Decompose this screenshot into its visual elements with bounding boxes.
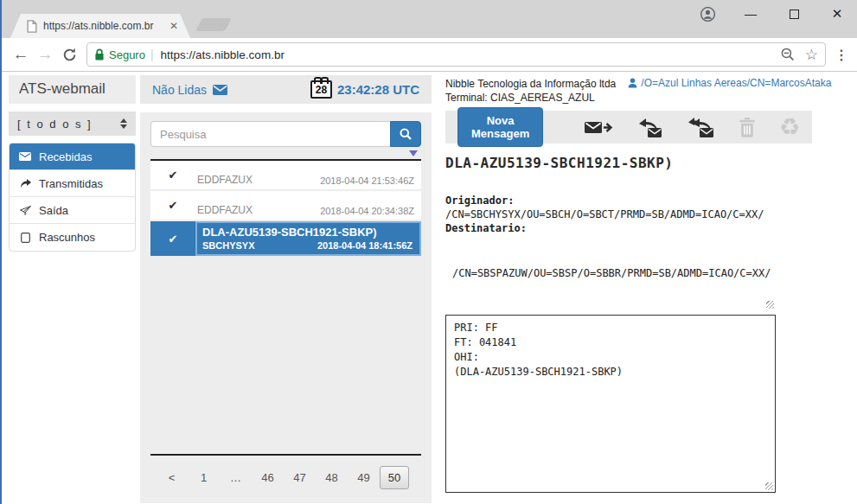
mail-sender: SBCHYSYX (202, 240, 255, 251)
mail-row[interactable]: ✔ EDDFAZUX 2018-04-04 21:53:46Z (150, 161, 421, 189)
originator-line: Originador: /CN=SBCHYSYX/OU=SBCH/O=SBCT/… (445, 194, 776, 221)
sidebar: ATS-webmail [ t o d o s ] Recebidas Tran… (2, 72, 140, 503)
bookmark-star-icon[interactable]: ☆ (805, 46, 818, 64)
sidebar-item-label: Recebidas (39, 150, 92, 163)
mail-row[interactable]: ✔ EDDFAZUX 2018-04-04 20:34:38Z (150, 191, 421, 220)
search-input[interactable] (150, 121, 390, 147)
message-list-panel: Não Lidas 28 23:42:28 UTC ✔ (140, 72, 432, 503)
read-check-icon[interactable]: ✔ (150, 221, 195, 256)
folder-filter-select[interactable]: [ t o d o s ] (9, 112, 136, 136)
page-prev[interactable]: < (156, 471, 188, 484)
destination-label-line: Destinatario: (445, 221, 776, 235)
browser-tab[interactable]: https://ats.nibble.com.br ✕ (10, 14, 190, 38)
profile-icon[interactable] (696, 5, 719, 22)
browser-navbar: ← → Seguro | https://ats.nibble.com.br ☆… (2, 38, 857, 72)
inbox-icon (18, 152, 32, 161)
sidebar-item-transmitidas[interactable]: Transmitidas (10, 170, 135, 197)
viewer-toolbar: Nova Mensagem ♻ (445, 111, 812, 144)
company-info: Nibble Tecnologia da Informação ltda Ter… (445, 77, 616, 105)
mail-sender: EDDFAZUX (197, 204, 253, 216)
user-icon (628, 78, 637, 88)
browser-titlebar: https://ats.nibble.com.br ✕ — ✕ (2, 0, 857, 38)
forward-icon: → (33, 42, 57, 67)
reload-icon[interactable] (57, 42, 81, 67)
back-icon[interactable]: ← (9, 42, 33, 67)
terminal-name: Terminal: CIAS_AEREAS_AZUL (445, 91, 616, 105)
security-label: Seguro (109, 48, 145, 61)
close-button[interactable]: ✕ (826, 5, 848, 22)
omnibox-separator: | (150, 48, 154, 61)
sidebar-item-label: Transmitidas (39, 177, 103, 190)
recycle-icon: ♻ (779, 116, 800, 139)
mail-date: 2018-04-04 18:41:56Z (317, 240, 413, 251)
page-48[interactable]: 48 (316, 471, 348, 484)
page-1[interactable]: 1 (188, 471, 220, 484)
forward-mail-icon[interactable] (585, 118, 613, 137)
paper-plane-icon (18, 206, 32, 215)
sidebar-item-label: Saída (39, 204, 68, 217)
originator-label: Originador: (445, 195, 514, 207)
sidebar-item-rascunhos[interactable]: Rascunhos (10, 224, 135, 251)
app-title: ATS-webmail (9, 75, 136, 104)
reply-all-icon[interactable] (688, 117, 715, 138)
search-icon (400, 128, 412, 140)
pagination: < 1 … 46 47 48 49 50 (150, 454, 421, 494)
utc-clock: 28 23:42:28 UTC (310, 80, 419, 99)
minimize-button[interactable]: — (739, 5, 762, 22)
sidebar-item-saida[interactable]: Saída (10, 197, 135, 224)
message-viewer: Nibble Tecnologia da Informação ltda Ter… (432, 72, 857, 503)
read-check-icon[interactable]: ✔ (150, 161, 195, 189)
new-tab-button[interactable] (195, 18, 232, 31)
forward-arrow-icon (18, 179, 32, 188)
mail-date: 2018-04-04 20:34:38Z (320, 206, 414, 216)
mail-sender: EDDFAZUX (197, 174, 253, 186)
sort-direction-icon[interactable] (409, 150, 418, 156)
resize-handle-icon[interactable] (765, 482, 773, 490)
mail-date: 2018-04-04 21:53:46Z (320, 175, 414, 186)
search-button[interactable] (390, 121, 421, 147)
destination-field[interactable]: /CN=SBSPAZUW/OU=SBSP/O=SBBR/PRMD=SB/ADMD… (445, 237, 776, 309)
calendar-icon: 28 (310, 80, 332, 99)
maximize-button[interactable] (783, 5, 805, 22)
mail-row-selected[interactable]: ✔ DLA-AZU5139-SBCH1921-SBKP) SBCHYSYX 20… (150, 221, 421, 256)
url-text[interactable]: https://ats.nibble.com.br (161, 48, 781, 61)
page-47[interactable]: 47 (284, 471, 316, 484)
address-bar[interactable]: Seguro | https://ats.nibble.com.br ☆ (86, 42, 826, 67)
destination-value: /CN=SBSPAZUW/OU=SBSP/O=SBBR/PRMD=SB/ADMD… (452, 253, 771, 279)
sidebar-item-recebidas[interactable]: Recebidas (10, 144, 135, 170)
resize-handle-icon[interactable] (766, 301, 774, 309)
mail-list: ✔ EDDFAZUX 2018-04-04 21:53:46Z ✔ EDDFAZ… (150, 159, 421, 258)
unread-label: Não Lidas (152, 83, 207, 97)
page-ellipsis: … (220, 471, 252, 484)
folder-menu: Recebidas Transmitidas Saída Rascunhos (9, 143, 136, 252)
folder-filter-value: [ t o d o s ] (17, 118, 93, 131)
company-name: Nibble Tecnologia da Informação ltda (445, 77, 616, 91)
lock-icon (94, 48, 105, 61)
user-dn: /O=Azul Linhas Aereas/CN=MarcosAtaka (641, 77, 831, 89)
envelope-icon (213, 85, 227, 95)
page-46[interactable]: 46 (252, 471, 284, 484)
mail-title: DLA-AZU5139-SBCH1921-SBKP) (202, 226, 413, 239)
draft-icon (18, 233, 32, 243)
tab-close-icon[interactable]: ✕ (169, 20, 178, 32)
favicon-page-icon (26, 20, 37, 33)
trash-icon (739, 118, 755, 137)
user-account-link[interactable]: /O=Azul Linhas Aereas/CN=MarcosAtaka (628, 77, 831, 105)
read-check-icon[interactable]: ✔ (150, 191, 195, 220)
list-header: Não Lidas 28 23:42:28 UTC (140, 75, 432, 104)
message-subject: DLA-AZU5139-SBCH1921-SBKP) (445, 155, 857, 171)
message-body-field[interactable]: PRI: FF FT: 041841 OHI: (DLA-AZU5139-SBC… (445, 315, 776, 493)
sidebar-item-label: Rascunhos (39, 231, 95, 244)
chrome-menu-icon[interactable]: ⋮ (833, 47, 850, 63)
destination-label: Destinatario: (445, 222, 527, 234)
tab-title: https://ats.nibble.com.br (43, 20, 169, 32)
clock-time: 23:42:28 UTC (337, 82, 419, 97)
select-arrows-icon (120, 118, 127, 129)
reply-icon[interactable] (637, 117, 663, 138)
unread-filter[interactable]: Não Lidas (152, 83, 227, 97)
address-block: Originador: /CN=SBCHYSYX/OU=SBCH/O=SBCT/… (445, 194, 776, 309)
new-message-button[interactable]: Nova Mensagem (457, 107, 543, 147)
page-49[interactable]: 49 (348, 471, 380, 484)
page-current[interactable]: 50 (380, 466, 409, 489)
zoom-out-icon[interactable] (781, 48, 795, 61)
